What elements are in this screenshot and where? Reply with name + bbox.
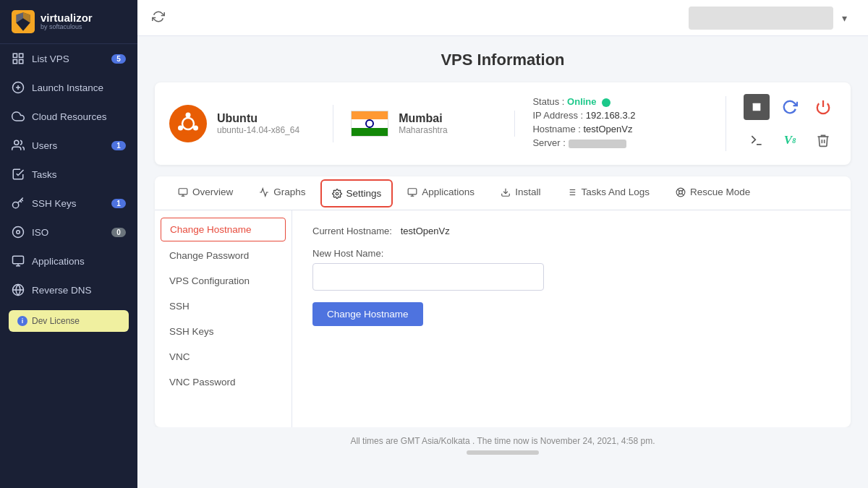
logo: virtualizor by softaculous	[0, 0, 137, 44]
sidebar-item-label: Reverse DNS	[32, 285, 126, 296]
svg-line-42	[682, 193, 684, 194]
tab-install[interactable]: Install	[489, 176, 552, 210]
svg-rect-7	[20, 60, 23, 64]
vps-config-label: VPS Configuration	[169, 275, 250, 286]
search-input[interactable]	[689, 7, 833, 30]
change-hostname-label: Change Hostname	[170, 224, 252, 235]
current-hostname-value: testOpenVz	[401, 226, 450, 236]
settings-nav-vnc[interactable]: VNC	[155, 344, 292, 369]
settings-layout: Change Hostname Change Password VPS Conf…	[155, 210, 851, 427]
svg-rect-5	[20, 53, 23, 57]
rescue-icon	[676, 187, 686, 197]
vnc-button[interactable]: V8	[777, 127, 803, 153]
vps-actions-section: V8	[726, 94, 836, 153]
list-vps-badge: 5	[111, 54, 126, 64]
list-vps-icon	[12, 52, 25, 65]
delete-button[interactable]	[810, 127, 836, 153]
launch-instance-icon	[12, 81, 25, 94]
svg-rect-6	[13, 60, 17, 64]
logo-icon	[12, 10, 35, 33]
download-icon	[501, 187, 511, 197]
restart-button[interactable]	[777, 94, 803, 120]
app-sub: by softaculous	[41, 24, 93, 31]
vps-status-section: Status : Online IP Address : 192.168.3.2…	[515, 96, 726, 151]
settings-nav: Change Hostname Change Password VPS Conf…	[155, 210, 292, 427]
os-icon	[169, 105, 207, 142]
svg-line-44	[682, 189, 684, 191]
settings-nav-ssh-keys[interactable]: SSH Keys	[155, 319, 292, 344]
sidebar-item-applications[interactable]: Applications	[0, 247, 137, 275]
svg-rect-4	[13, 53, 17, 57]
server-line: Server :	[532, 137, 708, 148]
ubuntu-logo	[175, 111, 201, 137]
hostname-label: Hostname :	[532, 124, 580, 134]
svg-rect-25	[179, 188, 187, 194]
svg-rect-22	[753, 103, 761, 111]
settings-nav-vnc-password[interactable]: VNC Password	[155, 369, 292, 395]
svg-rect-29	[408, 188, 417, 194]
sidebar-item-reverse-dns[interactable]: Reverse DNS	[0, 275, 137, 304]
content-area: VPS Information Ubuntu ubuntu-14.04-x86_…	[137, 36, 868, 488]
sidebar-item-label: List VPS	[32, 53, 104, 64]
sidebar-item-label: Applications	[32, 256, 126, 267]
svg-point-40	[679, 190, 683, 194]
dropdown-arrow-icon[interactable]: ▾	[842, 12, 854, 24]
svg-point-11	[17, 231, 20, 234]
change-hostname-button[interactable]: Change Hostname	[312, 302, 423, 326]
iso-badge: 0	[111, 228, 126, 237]
new-hostname-input[interactable]	[312, 263, 544, 291]
svg-point-9	[13, 202, 19, 208]
sidebar-item-launch-instance[interactable]: Launch Instance	[0, 73, 137, 102]
tab-overview[interactable]: Overview	[166, 176, 244, 210]
settings-nav-change-password[interactable]: Change Password	[155, 243, 292, 268]
console-button[interactable]	[744, 127, 770, 153]
app-name: virtualizor	[41, 12, 93, 25]
tab-graphs[interactable]: Graphs	[247, 176, 317, 210]
sidebar-item-list-vps[interactable]: List VPS 5	[0, 44, 137, 73]
tab-graphs-label: Graphs	[273, 187, 305, 197]
apps-icon	[407, 187, 417, 197]
dev-license-icon: i	[17, 316, 27, 326]
tab-rescue[interactable]: Rescue Mode	[664, 176, 762, 210]
footer: All times are GMT Asia/Kolkata . The tim…	[155, 427, 851, 463]
dev-license-item[interactable]: i Dev License	[9, 310, 129, 332]
server-label: Server :	[532, 137, 566, 148]
vnc-label: VNC	[169, 351, 190, 362]
sidebar-item-ssh-keys[interactable]: SSH Keys 1	[0, 189, 137, 218]
users-badge: 1	[111, 141, 126, 150]
footer-bar	[467, 450, 539, 455]
monitor-icon	[178, 187, 188, 197]
ip-line: IP Address : 192.168.3.2	[532, 110, 708, 121]
sidebar-item-cloud-resources[interactable]: Cloud Resources	[0, 102, 137, 131]
tab-applications-label: Applications	[422, 187, 475, 197]
applications-icon	[12, 254, 25, 267]
dev-license-label: Dev License	[32, 316, 80, 326]
tab-tasks-logs[interactable]: Tasks And Logs	[555, 176, 661, 210]
refresh-button[interactable]	[152, 10, 165, 26]
settings-nav-ssh[interactable]: SSH	[155, 294, 292, 319]
power-button[interactable]	[810, 94, 836, 120]
sidebar-item-label: Cloud Resources	[32, 111, 126, 122]
sidebar-item-iso[interactable]: ISO 0	[0, 218, 137, 247]
settings-nav-vps-config[interactable]: VPS Configuration	[155, 268, 292, 294]
server-value-blurred	[569, 140, 626, 148]
new-hostname-row: New Host Name:	[312, 248, 830, 291]
sidebar-item-users[interactable]: Users 1	[0, 131, 137, 160]
tab-applications[interactable]: Applications	[396, 176, 486, 210]
sidebar-item-label: ISO	[32, 227, 104, 238]
sidebar-item-tasks[interactable]: Tasks	[0, 160, 137, 189]
vps-os-section: Ubuntu ubuntu-14.04-x86_64	[169, 105, 333, 142]
gear-icon	[332, 189, 342, 199]
stop-button[interactable]	[744, 94, 770, 120]
svg-line-45	[678, 193, 679, 194]
users-icon	[12, 139, 25, 152]
hostname-line: Hostname : testOpenVz	[532, 124, 708, 134]
sidebar-item-label: Tasks	[32, 169, 126, 180]
main-area: ▾ VPS Information Ubuntu ub	[137, 0, 868, 488]
settings-nav-change-hostname[interactable]: Change Hostname	[161, 218, 286, 241]
location-info: Mumbai Maharashtra	[399, 112, 447, 135]
current-hostname-label: Current Hostname:	[312, 226, 392, 236]
new-hostname-label: New Host Name:	[312, 248, 830, 259]
list-icon	[566, 187, 576, 197]
tab-settings[interactable]: Settings	[320, 179, 393, 207]
